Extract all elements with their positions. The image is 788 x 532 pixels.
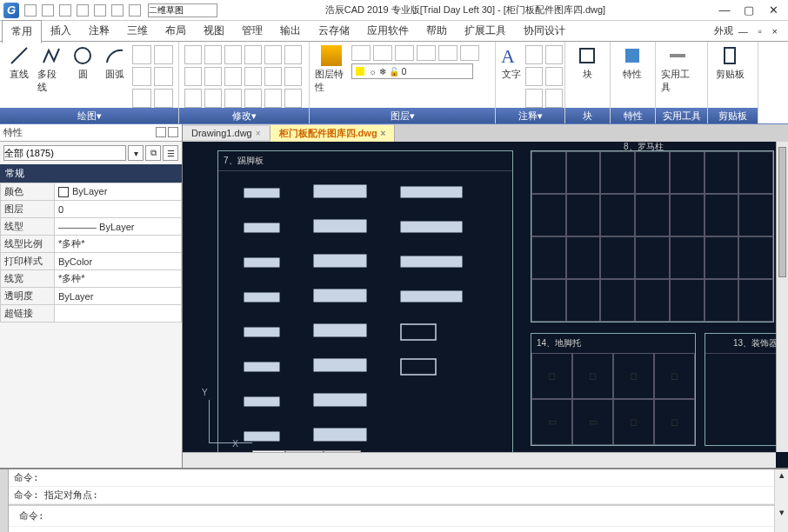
layer-on-icon[interactable] [351,45,371,61]
text-tool[interactable]: A文字 [501,45,522,81]
app-close-icon[interactable]: × [772,26,778,37]
rect-tool-icon[interactable] [132,45,151,64]
doc-tab-close-icon[interactable]: × [381,129,386,138]
group-label-draw[interactable]: 绘图 ▾ [0,108,178,123]
scale-tool-icon[interactable] [224,67,242,86]
polyline-tool[interactable]: 多段线 [37,45,66,94]
table-icon[interactable] [545,67,563,86]
qat-open-icon[interactable] [42,4,54,17]
tab-collab[interactable]: 协同设计 [515,20,574,42]
mirror-tool-icon[interactable] [264,45,282,64]
layer-properties-button[interactable]: 图层特性 [315,45,348,94]
break-tool-icon[interactable] [224,89,242,108]
maximize-button[interactable]: ▢ [738,3,760,17]
properties-tool[interactable]: 特性 [616,45,649,81]
clipboard-tool[interactable]: 剪贴板 [713,45,746,81]
dim-linear-icon[interactable] [525,45,543,64]
group-label-clipboard: 剪贴板 [708,108,758,123]
group-label-layer[interactable]: 图层 ▾ [310,108,495,123]
tab-3d[interactable]: 三维 [118,20,157,42]
layer-iso-icon[interactable] [417,45,436,61]
dim-align-icon[interactable] [545,45,563,64]
array-tool-icon[interactable] [244,67,262,86]
command-input[interactable] [46,508,769,524]
align-tool-icon[interactable] [264,89,282,108]
tab-view[interactable]: 视图 [195,20,233,42]
explode-tool-icon[interactable] [204,89,222,108]
close-button[interactable]: ✕ [762,3,785,17]
layer-freeze-icon[interactable] [373,45,392,61]
layer-match-icon[interactable] [438,45,457,61]
qat-print-icon[interactable] [94,4,106,17]
spline-tool-icon[interactable] [132,67,151,86]
tab-manage[interactable]: 管理 [233,20,271,42]
hatch-tool-icon[interactable] [154,45,173,64]
qat-redo-icon[interactable] [129,4,141,17]
group-label-modify[interactable]: 修改 ▾ [179,108,309,123]
selection-combo[interactable] [3,145,126,161]
mtext-icon[interactable] [525,89,543,108]
qat-saveas-icon[interactable] [77,4,89,17]
copy-tool-icon[interactable] [184,67,202,86]
panel-pin-icon[interactable] [156,127,166,137]
leader-icon[interactable] [525,67,543,86]
group-label-annotate[interactable]: 注释 ▾ [496,108,564,123]
selection-prev-button[interactable]: ▾ [128,145,144,161]
circle-tool[interactable]: 圆 [69,45,97,81]
move-tool-icon[interactable] [184,45,202,64]
panel-close-icon[interactable] [168,127,178,137]
arc-tool[interactable]: 圆弧 [101,45,130,81]
svg-rect-25 [314,394,366,406]
qat-save-icon[interactable] [59,4,71,17]
pickset-button[interactable]: ☰ [163,145,178,161]
layer-prev-icon[interactable] [460,45,479,61]
dim-more-icon[interactable] [545,89,563,108]
svg-rect-13 [314,255,366,267]
workspace-selector[interactable] [148,3,217,17]
extend-tool-icon[interactable] [244,45,262,64]
quickselect-button[interactable]: ⧉ [145,145,161,161]
qat-undo-icon[interactable] [111,4,124,17]
tab-help[interactable]: 帮助 [417,20,456,42]
qat-new-icon[interactable] [24,4,37,17]
tab-annotate[interactable]: 注释 [80,20,118,42]
rotate-tool-icon[interactable] [204,45,222,64]
block-tool[interactable]: 块 [571,45,604,81]
tab-output[interactable]: 输出 [271,20,310,42]
horizontal-scrollbar[interactable] [183,452,776,468]
tab-ext-tools[interactable]: 扩展工具 [456,20,515,42]
doc-tab-library4[interactable]: 柜门板配件图库四.dwg× [270,125,396,142]
offset-tool-icon[interactable] [264,67,282,86]
line-tool[interactable]: 直线 [5,45,34,81]
tab-insert[interactable]: 插入 [42,20,80,42]
app-minimize-icon[interactable]: — [738,26,748,37]
app-restore-icon[interactable]: ▫ [758,26,762,37]
join-tool-icon[interactable] [244,89,262,108]
tab-layout[interactable]: 布局 [157,20,195,42]
erase-tool-icon[interactable] [184,89,202,108]
layer-lock-icon[interactable] [395,45,414,61]
stretch-tool-icon[interactable] [204,67,222,86]
svg-rect-7 [314,185,366,197]
trim-tool-icon[interactable] [224,45,242,64]
layer-combo[interactable]: ☼ ❄ 🔓 0 [351,63,473,79]
model-viewport[interactable]: 7、踢脚板 8、罗马柱 [183,142,788,468]
doc-tab-drawing1[interactable]: Drawing1.dwg× [183,126,270,140]
fillet-tool-icon[interactable] [284,45,302,64]
doc-tab-close-icon[interactable]: × [256,129,261,138]
cmdline-handle[interactable] [0,469,9,532]
point-tool-icon[interactable] [132,89,151,108]
cmdline-scrollbar[interactable]: ▴▾ [774,469,788,532]
vertical-scrollbar[interactable] [776,142,788,452]
tab-apps[interactable]: 应用软件 [358,20,417,42]
chamfer-tool-icon[interactable] [284,67,302,86]
minimize-button[interactable]: — [713,3,736,17]
command-line: 命令: 命令: 指定对角点: 命令: ▴▾ [0,468,788,532]
more-draw-icon[interactable] [154,89,173,108]
tab-common[interactable]: 常用 [2,20,42,43]
tab-cloud[interactable]: 云存储 [310,20,358,42]
appearance-menu[interactable]: 外观 [714,24,733,37]
more-modify-icon[interactable] [284,89,302,108]
utilities-tool[interactable]: 实用工具 [661,45,694,94]
ellipse-tool-icon[interactable] [154,67,173,86]
